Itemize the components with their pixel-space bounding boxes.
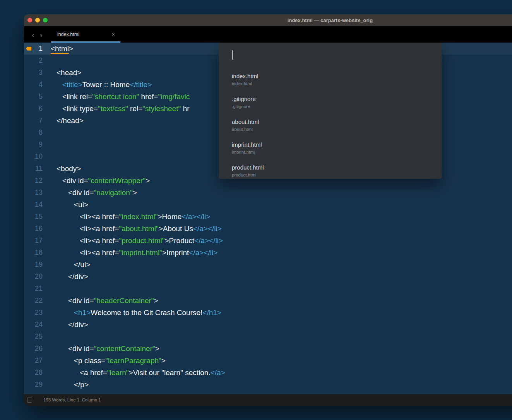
line-number-text: 26 [35, 345, 43, 352]
line-number[interactable]: 10 [24, 151, 51, 163]
result-filename: product.html [232, 164, 428, 171]
line-number[interactable]: 7 [24, 115, 51, 127]
goto-result-item[interactable]: product.htmlproduct.html [219, 160, 442, 179]
code-token-string: "about.html" [119, 225, 158, 233]
code-line-text: <body> [51, 163, 81, 175]
code-line-18[interactable]: 18<li><a href="imprint.html">Imprint</a>… [24, 247, 512, 259]
code-line-24[interactable]: 24</div> [24, 319, 512, 331]
code-token-tag: <h1> [74, 309, 91, 317]
line-number[interactable]: 25 [24, 331, 51, 343]
code-token-plain: </div> [68, 321, 88, 329]
line-number[interactable]: 15 [24, 211, 51, 223]
code-line-15[interactable]: 15<li><a href="index.html">Home</a></li> [24, 211, 512, 223]
line-number-text: 24 [35, 321, 43, 328]
goto-result-item[interactable]: index.htmlindex.html [219, 69, 442, 91]
close-window-button[interactable] [27, 18, 32, 22]
line-number[interactable]: 12 [24, 175, 51, 187]
line-number[interactable]: 9 [24, 139, 51, 151]
line-number[interactable]: 29 [24, 379, 51, 391]
minimize-window-button[interactable] [35, 18, 40, 22]
code-line-25[interactable]: 25 [24, 331, 512, 343]
line-number-text: 1 [39, 45, 43, 52]
code-line-19[interactable]: 19</ul> [24, 259, 512, 271]
goto-result-item[interactable]: imprint.htmlimprint.html [219, 137, 442, 160]
line-number[interactable]: 6 [24, 103, 51, 115]
code-line-text: <a href="learn">Visit our "learn" sectio… [51, 367, 225, 379]
line-number[interactable]: 26 [24, 343, 51, 355]
tab-index-html[interactable]: index.html × [51, 26, 120, 43]
code-token-plain: >Visit our "learn" section. [129, 369, 211, 377]
line-number[interactable]: 16 [24, 223, 51, 235]
code-line-20[interactable]: 20</div> [24, 271, 512, 283]
code-line-29[interactable]: 29</p> [24, 379, 512, 391]
code-line-21[interactable]: 21 [24, 283, 512, 295]
code-line-23[interactable]: 23<h1>Welcome to the Git Crash Course!</… [24, 307, 512, 319]
line-number[interactable]: 14 [24, 199, 51, 211]
line-number[interactable]: 4 [24, 79, 51, 91]
line-number[interactable]: 3 [24, 67, 51, 79]
line-number-text: 8 [39, 129, 43, 136]
code-line-text: <head> [51, 67, 81, 79]
code-line-text: <li><a href="product.html">Product</a></… [51, 235, 223, 247]
goto-anything-panel: index.htmlindex.html.gitignore.gitignore… [219, 43, 442, 179]
window-titlebar[interactable]: index.html — carparts-website_orig [24, 14, 512, 26]
goto-result-item[interactable]: about.htmlabout.html [219, 114, 442, 137]
code-line-text: <h1>Welcome to the Git Crash Course!</h1… [51, 307, 221, 319]
status-text: 193 Words, Line 1, Column 1 [43, 398, 101, 402]
line-number[interactable]: 28 [24, 367, 51, 379]
desktop-background: { "window": { "title": "index.html — car… [0, 0, 512, 420]
line-number[interactable]: 17 [24, 235, 51, 247]
goto-result-item[interactable]: .gitignore.gitignore [219, 91, 442, 114]
line-number[interactable]: 11 [24, 163, 51, 175]
code-line-27[interactable]: 27<p class="learnParagraph"> [24, 355, 512, 367]
back-arrow-icon[interactable]: ‹ [32, 31, 34, 39]
line-number[interactable]: 8 [24, 127, 51, 139]
line-number[interactable]: 27 [24, 355, 51, 367]
line-number[interactable]: 24 [24, 319, 51, 331]
line-number[interactable]: 18 [24, 247, 51, 259]
code-token-string: "product.html" [119, 237, 164, 245]
line-number-text: 21 [35, 285, 43, 292]
code-token-plain: href= [139, 93, 158, 101]
line-number[interactable]: 5 [24, 91, 51, 103]
line-number[interactable]: 2 [24, 55, 51, 67]
code-token-string: "imprint.html" [119, 249, 162, 257]
code-token-plain: <link rel= [62, 93, 92, 101]
code-token-plain: <div id= [68, 189, 94, 197]
editor-window: index.html — carparts-website_orig ‹ › i… [24, 14, 512, 406]
line-number[interactable]: 13 [24, 187, 51, 199]
code-line-26[interactable]: 26<div id="contentContainer"> [24, 343, 512, 355]
code-token-plain: <ul> [74, 201, 88, 209]
code-line-14[interactable]: 14<ul> [24, 199, 512, 211]
code-line-16[interactable]: 16<li><a href="about.html">About Us</a><… [24, 223, 512, 235]
code-line-28[interactable]: 28<a href="learn">Visit our "learn" sect… [24, 367, 512, 379]
code-token-plain: <div id= [68, 297, 94, 305]
code-token-plain: </p> [74, 381, 89, 389]
tab-close-icon[interactable]: × [112, 31, 115, 38]
line-number[interactable]: 1 [24, 43, 51, 55]
code-token-plain: > [154, 297, 158, 305]
code-token-string: "headerContainer" [94, 297, 154, 305]
line-number-text: 5 [39, 93, 43, 100]
line-number[interactable]: 21 [24, 283, 51, 295]
forward-arrow-icon[interactable]: › [40, 31, 43, 39]
line-number[interactable]: 22 [24, 295, 51, 307]
code-line-17[interactable]: 17<li><a href="product.html">Product</a>… [24, 235, 512, 247]
zoom-window-button[interactable] [43, 18, 48, 22]
line-number[interactable]: 20 [24, 271, 51, 283]
code-token-plain: <head> [57, 69, 81, 77]
code-token-plain: <html [51, 45, 69, 54]
result-filename: index.html [232, 73, 428, 80]
line-number[interactable]: 19 [24, 259, 51, 271]
bookmark-icon [26, 47, 31, 51]
code-line-13[interactable]: 13<div id="navigation"> [24, 187, 512, 199]
code-token-plain: >Home [158, 213, 182, 221]
sidebar-toggle-icon[interactable] [27, 398, 32, 403]
line-number-text: 6 [39, 105, 43, 112]
code-line-22[interactable]: 22<div id="headerContainer"> [24, 295, 512, 307]
goto-anything-input[interactable] [219, 43, 442, 69]
line-number-text: 16 [35, 225, 43, 232]
code-editor[interactable]: 1<html>23<head>4<title>Tower :: Home</ti… [24, 43, 512, 394]
line-number[interactable]: 23 [24, 307, 51, 319]
code-token-string: "index.html" [119, 213, 158, 221]
